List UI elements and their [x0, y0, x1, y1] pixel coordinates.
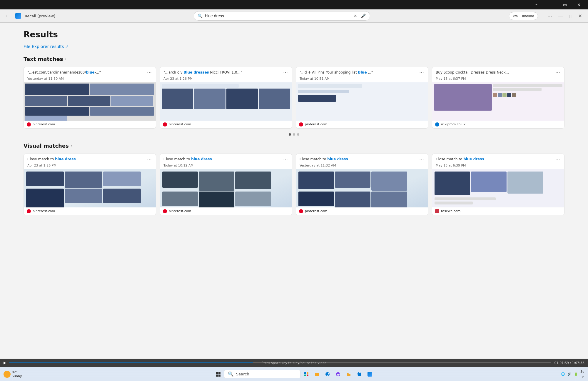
- text-match-card-1[interactable]: "...est.com/carolinahernandez00/blue-...…: [24, 67, 156, 129]
- results-title: Results: [24, 30, 564, 39]
- play-button[interactable]: ▶: [4, 361, 6, 365]
- card-menu-button[interactable]: ⋯: [419, 70, 425, 75]
- text-match-card-2[interactable]: "...arch c v Blue dresses Nicci TROVI 1.…: [160, 67, 292, 129]
- card-footer: pinterest.com: [160, 121, 292, 128]
- card-date: Yesterday at 11:30 AM: [24, 77, 156, 82]
- title-bar-controls: ⋯ ─ ▭ ✕: [530, 0, 586, 9]
- browser-chrome: ← Recall (preview) 🔍 ✕ 🎤 </> Timeline ⋯ …: [0, 9, 588, 23]
- visual-matches-grid: Close match to blue dress ⋯ Apr 23 at 1:…: [24, 154, 564, 215]
- card-date: May 13 at 6:39 PM: [432, 164, 564, 169]
- card-footer: pinterest.com: [24, 207, 156, 215]
- text-matches-grid: "...est.com/carolinahernandez00/blue-...…: [24, 67, 564, 129]
- file-explorer-link-text: File Explorer results: [24, 44, 64, 49]
- visual-match-card-1[interactable]: Close match to blue dress ⋯ Apr 23 at 1:…: [24, 154, 156, 215]
- more-options-button[interactable]: ⋯: [530, 0, 543, 9]
- text-matches-arrow[interactable]: ›: [65, 57, 67, 61]
- card-date: Today at 10:51 AM: [296, 77, 428, 82]
- site-name: pinterest.com: [305, 209, 327, 213]
- site-icon-pinterest: [27, 209, 31, 213]
- card-header: Buy Scoop Cocktail Dresses Dress Neck...…: [432, 67, 564, 77]
- card-thumbnail: [160, 169, 292, 207]
- pagination-dot-1[interactable]: [289, 133, 291, 136]
- visual-match-card-3[interactable]: Close match to blue dress ⋯ Yesterday at…: [296, 154, 428, 215]
- pagination-dot-3[interactable]: [297, 133, 299, 136]
- timeline-label: Timeline: [520, 14, 534, 18]
- card-title: Buy Scoop Cocktail Dresses Dress Neck...: [436, 70, 552, 75]
- card-footer: rosewe.com: [432, 207, 564, 215]
- search-input[interactable]: [205, 14, 351, 18]
- main-content: Results File Explorer results ↗ Text mat…: [0, 23, 588, 365]
- card-thumbnail: [432, 169, 564, 207]
- card-footer: pinterest.com: [160, 207, 292, 215]
- site-name: wikiprom.co.uk: [441, 122, 465, 126]
- card-thumbnail: [432, 82, 564, 121]
- site-name: pinterest.com: [33, 209, 55, 213]
- title-bar: ⋯ ─ ▭ ✕: [0, 0, 588, 9]
- text-match-card-4[interactable]: Buy Scoop Cocktail Dresses Dress Neck...…: [432, 67, 564, 129]
- site-name: pinterest.com: [33, 122, 55, 126]
- search-bar: 🔍 ✕ 🎤: [194, 11, 370, 21]
- clear-search-button[interactable]: ✕: [353, 13, 358, 19]
- wc-restore-button[interactable]: ◻: [566, 12, 575, 20]
- app-title: Recall (preview): [25, 14, 55, 18]
- card-header: "...arch c v Blue dresses Nicci TROVI 1.…: [160, 67, 292, 77]
- card-footer: pinterest.com: [296, 207, 428, 215]
- card-thumbnail: [24, 169, 156, 207]
- card-thumbnail: [160, 82, 292, 121]
- wc-minimize-button[interactable]: —: [556, 12, 565, 20]
- card-title: Close match to blue dress: [436, 157, 552, 162]
- card-thumbnail: [24, 82, 156, 121]
- text-matches-title: Text matches: [24, 56, 63, 62]
- card-menu-button[interactable]: ⋯: [555, 70, 561, 75]
- wc-close-button[interactable]: ✕: [576, 12, 584, 20]
- site-icon-pinterest: [163, 122, 167, 127]
- minimize-button[interactable]: ─: [544, 0, 557, 9]
- wc-more-button[interactable]: ⋯: [545, 12, 554, 20]
- card-header: "...est.com/carolinahernandez00/blue-...…: [24, 67, 156, 77]
- visual-matches-arrow[interactable]: ›: [71, 143, 72, 148]
- card-date: Apr 23 at 1:26 PM: [160, 77, 292, 82]
- card-menu-button[interactable]: ⋯: [283, 157, 288, 162]
- card-date: Today at 10:12 AM: [160, 164, 292, 169]
- video-time: 01:01:59 / 1:07:38: [554, 361, 584, 365]
- card-header: Close match to blue dress ⋯: [432, 154, 564, 164]
- card-date: Yesterday at 11:32 AM: [296, 164, 428, 169]
- close-button[interactable]: ✕: [572, 0, 586, 9]
- visual-matches-title: Visual matches: [24, 143, 69, 149]
- file-explorer-link[interactable]: File Explorer results ↗: [24, 44, 564, 49]
- card-title: "...est.com/carolinahernandez00/blue-...…: [27, 70, 144, 75]
- back-button[interactable]: ←: [4, 12, 12, 20]
- card-menu-button[interactable]: ⋯: [283, 70, 288, 75]
- visual-matches-section-header: Visual matches ›: [24, 143, 564, 149]
- card-title: Close match to blue dress: [300, 157, 416, 162]
- card-header: Close match to blue dress ⋯: [24, 154, 156, 164]
- maximize-button[interactable]: ▭: [558, 0, 572, 9]
- card-title: "...d + All Pins Your shopping list Blue…: [300, 70, 416, 75]
- external-link-icon: ↗: [65, 44, 69, 49]
- card-title: Close match to blue dress: [27, 157, 144, 162]
- mic-button[interactable]: 🎤: [360, 13, 366, 19]
- progress-fill: [9, 362, 253, 363]
- card-menu-button[interactable]: ⋯: [419, 157, 425, 162]
- card-menu-button[interactable]: ⋯: [146, 70, 152, 75]
- visual-match-card-2[interactable]: Close match to blue dress ⋯ Today at 10:…: [160, 154, 292, 215]
- text-match-card-3[interactable]: "...d + All Pins Your shopping list Blue…: [296, 67, 428, 129]
- card-menu-button[interactable]: ⋯: [555, 157, 561, 162]
- site-icon-edge: [435, 122, 439, 127]
- timeline-button[interactable]: </> Timeline: [509, 12, 538, 20]
- site-icon-rosewe: [435, 209, 439, 213]
- card-footer: pinterest.com: [296, 121, 428, 128]
- window-controls: ⋯ — ◻ ✕: [545, 12, 584, 20]
- timeline-icon: </>: [513, 14, 518, 18]
- visual-match-card-4[interactable]: Close match to blue dress ⋯ May 13 at 6:…: [432, 154, 564, 215]
- site-name: pinterest.com: [169, 122, 191, 126]
- card-menu-button[interactable]: ⋯: [146, 157, 152, 162]
- card-title: "...arch c v Blue dresses Nicci TROVI 1.…: [163, 70, 280, 75]
- card-thumbnail: [296, 82, 428, 121]
- pagination-dot-2[interactable]: [293, 133, 295, 136]
- site-icon-pinterest: [299, 209, 303, 213]
- card-footer: wikiprom.co.uk: [432, 121, 564, 128]
- site-icon-pinterest: [27, 122, 31, 127]
- card-date: May 13 at 6:37 PM: [432, 77, 564, 82]
- pagination-dots: [24, 133, 564, 136]
